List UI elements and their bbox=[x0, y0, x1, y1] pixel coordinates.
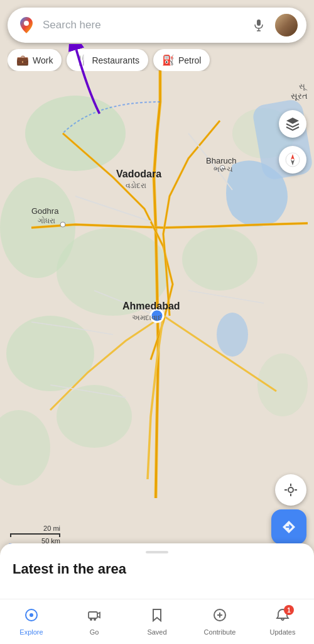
search-bar[interactable]: Search here bbox=[8, 8, 306, 43]
svg-point-11 bbox=[60, 222, 65, 227]
svg-rect-25 bbox=[257, 19, 261, 26]
restaurants-icon: 🍴 bbox=[75, 54, 88, 66]
search-placeholder: Search here bbox=[43, 19, 247, 31]
filter-pills-container: 💼 Work 🍴 Restaurants ⛽ Petrol bbox=[8, 49, 306, 71]
layer-toggle-button[interactable] bbox=[279, 110, 306, 138]
pill-petrol-label: Petrol bbox=[178, 55, 202, 65]
directions-button[interactable] bbox=[271, 509, 306, 545]
nav-saved-label: Saved bbox=[147, 628, 166, 636]
pill-work[interactable]: 💼 Work bbox=[8, 49, 62, 71]
nav-explore-label: Explore bbox=[19, 628, 43, 636]
contribute-icon bbox=[212, 608, 227, 626]
sheet-title: Latest in the area bbox=[13, 561, 301, 577]
nav-contribute-label: Contribute bbox=[204, 628, 236, 636]
nav-go-label: Go bbox=[90, 628, 99, 636]
explore-icon bbox=[24, 608, 39, 626]
svg-point-10 bbox=[217, 313, 248, 357]
bottom-navigation: Explore Go Saved bbox=[0, 599, 314, 644]
svg-point-7 bbox=[257, 353, 308, 416]
google-maps-logo bbox=[16, 15, 36, 35]
go-icon bbox=[87, 608, 102, 626]
nav-explore[interactable]: Explore bbox=[0, 602, 63, 641]
svg-point-24 bbox=[24, 21, 29, 26]
svg-point-32 bbox=[94, 618, 96, 621]
svg-point-29 bbox=[30, 613, 33, 617]
saved-icon bbox=[149, 608, 165, 626]
current-location-button[interactable] bbox=[275, 474, 306, 506]
work-icon: 💼 bbox=[16, 54, 29, 66]
nav-go[interactable]: Go bbox=[63, 602, 126, 641]
svg-point-8 bbox=[57, 385, 132, 448]
pill-work-label: Work bbox=[33, 55, 53, 65]
bottom-sheet[interactable]: Latest in the area bbox=[0, 543, 314, 600]
compass-button[interactable] bbox=[279, 146, 306, 174]
map-container[interactable]: Vadodara વડોદરા Ahmedabad અમદાવાદ Godhra… bbox=[0, 0, 314, 562]
svg-point-6 bbox=[0, 410, 50, 486]
user-avatar[interactable] bbox=[275, 14, 298, 36]
svg-point-4 bbox=[182, 228, 257, 291]
nav-contribute[interactable]: Contribute bbox=[188, 602, 251, 641]
svg-rect-30 bbox=[89, 612, 97, 618]
scale-mi-label: 20 mi bbox=[10, 525, 60, 532]
pill-restaurants-label: Restaurants bbox=[92, 55, 139, 65]
updates-badge: 1 bbox=[284, 605, 294, 615]
petrol-icon: ⛽ bbox=[162, 54, 175, 66]
svg-point-31 bbox=[90, 618, 92, 621]
svg-point-13 bbox=[151, 309, 163, 322]
sheet-drag-handle[interactable] bbox=[146, 551, 168, 553]
svg-point-12 bbox=[220, 165, 225, 170]
pill-petrol[interactable]: ⛽ Petrol bbox=[153, 49, 210, 71]
nav-updates[interactable]: 1 Updates bbox=[251, 602, 314, 641]
updates-badge-container: 1 bbox=[275, 608, 290, 626]
nav-updates-label: Updates bbox=[270, 628, 296, 636]
nav-saved[interactable]: Saved bbox=[126, 602, 188, 641]
svg-point-2 bbox=[57, 228, 170, 316]
svg-point-18 bbox=[288, 487, 293, 492]
pill-restaurants[interactable]: 🍴 Restaurants bbox=[67, 49, 148, 71]
mic-button[interactable] bbox=[247, 14, 270, 36]
